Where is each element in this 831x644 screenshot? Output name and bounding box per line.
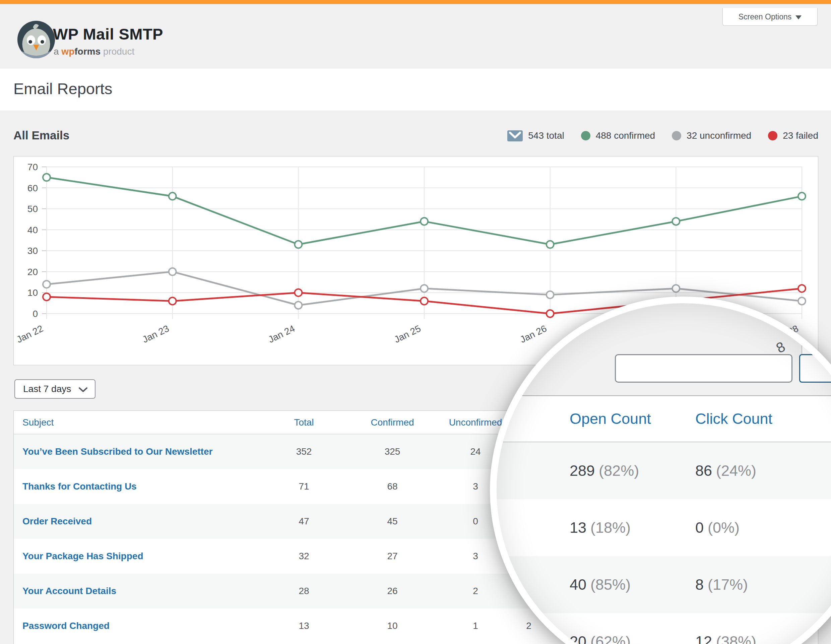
count-value: 8 [695, 576, 704, 593]
failed-dot-icon [768, 131, 777, 140]
open-count-cell: 20(62%) [570, 613, 630, 644]
legend-item-failed: 23 failed [768, 130, 818, 141]
magnified-axis-label: 8 [774, 339, 788, 356]
column-header-total[interactable]: Total [279, 411, 329, 434]
app-title: WP Mail SMTP [53, 25, 163, 43]
total-cell: 13 [279, 609, 329, 643]
svg-text:10: 10 [27, 288, 38, 298]
count-percent: (18%) [591, 519, 630, 536]
confirmed-cell: 27 [367, 539, 417, 574]
magnified-table-rows: 289(82%)86(24%)13(18%)0(0%)40(85%)8(17%)… [497, 442, 831, 644]
tagline-suffix: product [100, 46, 134, 57]
date-range-select[interactable]: Last 7 days [14, 379, 96, 399]
subject-link[interactable]: Thanks for Contacting Us [22, 481, 137, 492]
column-header-confirmed[interactable]: Confirmed [367, 411, 417, 434]
subject-link[interactable]: Order Received [22, 516, 92, 527]
envelope-icon [507, 130, 523, 142]
confirmed-dot-icon [581, 131, 591, 140]
app-tagline: a wpforms product [54, 46, 134, 57]
svg-text:30: 30 [27, 246, 38, 256]
unconfirmed-dot-icon [672, 131, 681, 140]
subject-cell: You’ve Been Subscribed to Our Newsletter [22, 434, 212, 469]
magnified-table-row: 13(18%)0(0%) [497, 499, 831, 556]
magnified-search-button[interactable] [799, 354, 831, 383]
legend: 543 total488 confirmed32 unconfirmed23 f… [507, 127, 818, 144]
click-count-cell: 8(17%) [695, 556, 748, 613]
page-title-band: Email Reports [0, 69, 831, 111]
email-reports-page: WP Mail SMTP a wpforms product Screen Op… [0, 0, 831, 644]
screen-options-button[interactable]: Screen Options [723, 8, 818, 26]
magnified-column-header-click-count[interactable]: Click Count [695, 396, 772, 442]
section-title: All Emails [13, 129, 69, 142]
confirmed-cell: 26 [367, 574, 417, 609]
svg-text:60: 60 [27, 183, 38, 193]
legend-label: 488 confirmed [596, 130, 655, 141]
subject-cell: Order Received [22, 504, 92, 539]
subject-cell: Your Package Has Shipped [22, 539, 143, 574]
subject-link[interactable]: Password Changed [22, 620, 110, 631]
subject-link[interactable]: Your Package Has Shipped [22, 551, 143, 561]
count-percent: (38%) [716, 633, 756, 644]
legend-label: 32 unconfirmed [686, 130, 751, 141]
count-percent: (0%) [708, 519, 740, 536]
svg-text:Jan 24: Jan 24 [267, 323, 296, 345]
legend-label: 23 failed [783, 130, 818, 141]
subject-link[interactable]: Your Account Details [22, 586, 116, 596]
open-count-cell: 289(82%) [570, 442, 639, 499]
total-cell: 352 [279, 434, 329, 469]
total-cell: 47 [279, 504, 329, 539]
svg-text:20: 20 [27, 267, 38, 277]
column-header-subject[interactable]: Subject [22, 411, 54, 434]
magnified-column-header-open-count[interactable]: Open Count [570, 396, 651, 442]
top-accent-bar [0, 0, 831, 4]
confirmed-cell: 45 [367, 504, 417, 539]
date-range-value: Last 7 days [23, 384, 71, 394]
count-value: 0 [695, 519, 704, 536]
confirmed-cell: 68 [367, 469, 417, 504]
svg-text:Jan 22: Jan 22 [15, 323, 45, 345]
caret-down-icon [796, 16, 802, 19]
app-header: WP Mail SMTP a wpforms product Screen Op… [0, 4, 831, 69]
count-percent: (24%) [716, 462, 756, 480]
subject-cell: Password Changed [22, 609, 110, 643]
chevron-down-icon [79, 387, 88, 392]
svg-text:40: 40 [27, 225, 38, 235]
count-value: 289 [570, 462, 595, 480]
tagline-prefix: a [54, 46, 61, 57]
unconfirmed-cell: 1 [451, 609, 501, 643]
subject-cell: Your Account Details [22, 574, 116, 609]
brand-wp: wp [61, 46, 75, 57]
count-value: 20 [570, 633, 586, 644]
wp-mail-smtp-pigeon-logo [17, 20, 56, 59]
page-title: Email Reports [13, 80, 112, 98]
count-percent: (17%) [708, 576, 748, 593]
total-cell: 71 [279, 469, 329, 504]
open-count-cell: 13(18%) [570, 499, 630, 556]
unconfirmed-cell: 2 [451, 574, 501, 609]
unconfirmed-cell: 3 [451, 539, 501, 574]
click-count-cell: 86(24%) [695, 442, 756, 499]
click-count-cell: 12(38%) [695, 613, 756, 644]
subject-link[interactable]: You’ve Been Subscribed to Our Newsletter [22, 446, 212, 457]
magnified-table-header: Open CountClick Count [497, 396, 831, 442]
legend-item-total: 543 total [507, 130, 564, 142]
magnified-table-row: 289(82%)86(24%) [497, 442, 831, 499]
svg-text:0: 0 [32, 308, 38, 319]
svg-text:70: 70 [27, 162, 38, 172]
section-header-row: All Emails 543 total488 confirmed32 unco… [13, 127, 818, 144]
legend-item-unconfirmed: 32 unconfirmed [672, 130, 751, 141]
count-value: 12 [695, 633, 712, 644]
svg-text:Jan 26: Jan 26 [518, 323, 548, 345]
legend-item-confirmed: 488 confirmed [581, 130, 655, 141]
svg-text:50: 50 [27, 204, 38, 214]
click-count-cell: 0(0%) [695, 499, 740, 556]
count-percent: (82%) [599, 462, 639, 480]
legend-label: 543 total [528, 130, 564, 141]
column-header-unconfirmed[interactable]: Unconfirmed [451, 411, 501, 434]
count-percent: (62%) [591, 633, 630, 644]
confirmed-cell: 10 [367, 609, 417, 643]
count-value: 13 [570, 519, 586, 536]
magnifier-content: 8 Open CountClick Count 289(82%)86(24%)1… [497, 303, 831, 644]
magnified-search-input[interactable] [615, 354, 793, 383]
screen-options-label: Screen Options [739, 13, 792, 21]
